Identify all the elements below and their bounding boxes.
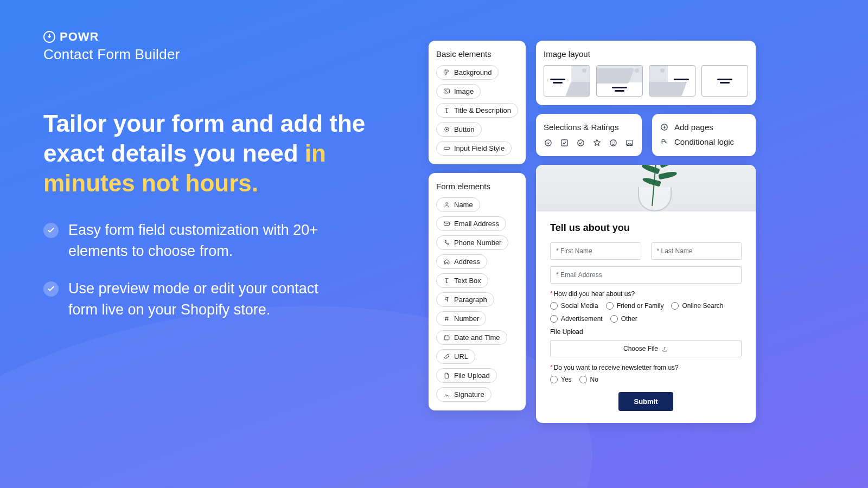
selections-card: Selections & Ratings (536, 114, 642, 156)
svg-rect-8 (444, 336, 449, 340)
radio-option[interactable]: No (579, 376, 598, 383)
chip-button[interactable]: Button (436, 122, 482, 137)
chip-paragraph[interactable]: Paragraph (436, 292, 494, 307)
radio-option[interactable]: Social Media (550, 302, 598, 310)
chip-phone[interactable]: Phone Number (436, 235, 508, 250)
bullet-item: Use preview mode or edit your contact fo… (43, 278, 347, 320)
selections-title: Selections & Ratings (544, 123, 634, 132)
radio-option[interactable]: Advertisement (550, 315, 603, 323)
chip-upload[interactable]: File Upload (436, 368, 497, 383)
powr-logo-icon (43, 31, 55, 43)
bullet-text: Easy form field customization with 20+ e… (68, 220, 347, 262)
header: POWR Contact Form Builder (43, 30, 180, 63)
upload-label: File Upload (550, 328, 742, 336)
radio-option[interactable]: Friend or Family (606, 302, 664, 310)
star-icon (592, 138, 602, 147)
chip-textbox[interactable]: Text Box (436, 273, 488, 288)
choose-file-button[interactable]: Choose File (550, 340, 742, 357)
question-2: *Do you want to receive newsletter from … (550, 364, 742, 371)
svg-point-4 (446, 129, 448, 130)
mail-icon (443, 220, 450, 227)
svg-point-2 (445, 90, 446, 91)
picture-icon (625, 138, 634, 147)
svg-rect-7 (444, 222, 450, 226)
dropdown-icon (544, 138, 553, 147)
signature-icon (443, 391, 450, 398)
svg-point-6 (446, 203, 448, 204)
bullet-text: Use preview mode or edit your contact fo… (68, 278, 347, 320)
layout-option-right[interactable] (649, 65, 695, 97)
radio-option[interactable]: Online Search (671, 302, 723, 310)
form-elements-title: Form elements (436, 182, 518, 191)
email-field[interactable]: * Email Address (550, 266, 742, 284)
svg-rect-5 (444, 147, 450, 149)
link-icon (443, 353, 450, 360)
chip-name[interactable]: Name (436, 197, 480, 212)
svg-point-9 (545, 140, 551, 146)
radio-icon (576, 138, 585, 147)
basic-elements-title: Basic elements (436, 49, 518, 59)
input-icon (443, 145, 450, 152)
home-icon (443, 258, 450, 265)
paint-icon (443, 69, 450, 76)
chip-url[interactable]: URL (436, 349, 475, 364)
check-icon (43, 281, 59, 297)
conditional-logic-feature[interactable]: Conditional logic (660, 137, 748, 146)
layout-option-top[interactable] (596, 65, 643, 97)
features-card: Add pages Conditional logic (652, 114, 756, 156)
basic-elements-card: Basic elements Background Image Title & … (429, 41, 526, 164)
add-pages-feature[interactable]: Add pages (660, 123, 748, 132)
check-icon (43, 223, 59, 238)
radio-option[interactable]: Yes (550, 376, 572, 383)
layout-option-left[interactable] (544, 65, 590, 97)
layout-option-none[interactable] (701, 65, 748, 97)
file-icon (443, 372, 450, 379)
headline: Tailor your form and add the exact detai… (43, 108, 380, 198)
calendar-icon (443, 334, 450, 341)
bullet-item: Easy form field customization with 20+ e… (43, 220, 347, 262)
chip-input-style[interactable]: Input Field Style (436, 141, 512, 156)
chip-image[interactable]: Image (436, 84, 481, 99)
first-name-field[interactable]: * First Name (550, 242, 641, 260)
question-1: *How did you hear about us? (550, 290, 742, 298)
branch-icon (660, 137, 669, 146)
paragraph-icon (443, 296, 450, 303)
question-1-options: Social Media Friend or Family Online Sea… (550, 302, 742, 323)
image-layout-title: Image layout (544, 49, 748, 59)
chip-title[interactable]: Title & Description (436, 103, 518, 118)
button-icon (443, 126, 450, 133)
panels: Basic elements Background Image Title & … (429, 41, 754, 423)
text-icon (443, 107, 450, 114)
chip-date[interactable]: Date and Time (436, 330, 507, 345)
question-2-options: Yes No (550, 376, 742, 383)
chip-email[interactable]: Email Address (436, 216, 506, 231)
plus-circle-icon (660, 123, 669, 132)
radio-option[interactable]: Other (610, 315, 637, 323)
chip-background[interactable]: Background (436, 65, 499, 80)
submit-button[interactable]: Submit (618, 392, 673, 411)
brand-logo: POWR (43, 30, 180, 44)
svg-point-12 (610, 140, 616, 146)
form-title: Tell us about you (550, 222, 742, 234)
upload-icon (661, 345, 668, 352)
last-name-field[interactable]: * Last Name (651, 242, 742, 260)
product-subtitle: Contact Form Builder (43, 46, 180, 63)
svg-rect-10 (561, 140, 567, 146)
hash-icon (443, 315, 450, 322)
chip-number[interactable]: Number (436, 311, 486, 326)
image-layout-card: Image layout (536, 41, 756, 105)
bullet-list: Easy form field customization with 20+ e… (43, 220, 347, 337)
user-icon (443, 201, 450, 208)
svg-point-11 (578, 140, 584, 146)
text-icon (443, 277, 450, 284)
form-preview: Tell us about you * First Name * Last Na… (536, 165, 756, 423)
chip-address[interactable]: Address (436, 254, 487, 269)
form-hero-image (536, 165, 756, 211)
chip-signature[interactable]: Signature (436, 387, 492, 402)
phone-icon (443, 239, 450, 246)
image-icon (443, 88, 450, 95)
form-elements-card: Form elements Name Email Address Phone N… (429, 173, 526, 410)
emoji-icon (609, 138, 618, 147)
brand-text: POWR (60, 30, 99, 44)
checkbox-icon (560, 138, 569, 147)
